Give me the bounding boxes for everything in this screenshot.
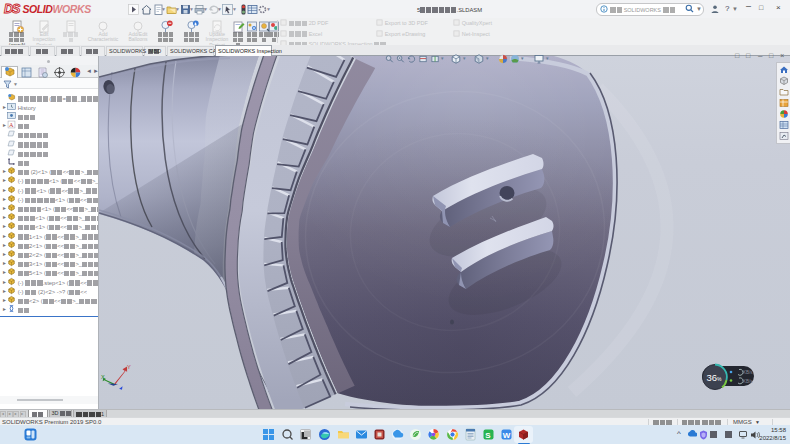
svg-text:KB/s: KB/s bbox=[743, 379, 753, 384]
svg-text:Y: Y bbox=[127, 364, 131, 370]
svg-text:KB/s: KB/s bbox=[743, 370, 753, 375]
svg-text:A: A bbox=[9, 121, 14, 128]
svg-text:W: W bbox=[503, 431, 511, 440]
svg-text:X: X bbox=[101, 374, 105, 380]
svg-text:S: S bbox=[485, 431, 491, 440]
